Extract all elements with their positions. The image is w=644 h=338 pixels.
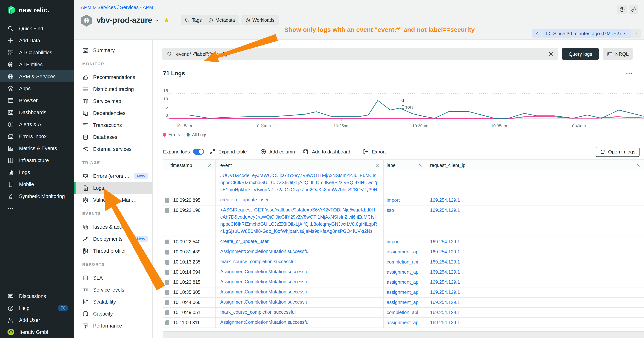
sidebar-item-quick-find[interactable]: Quick Find	[0, 23, 74, 35]
label-link[interactable]: import	[387, 198, 400, 203]
sidebar-item-distributed-tracing[interactable]: Distributed tracing	[74, 83, 152, 95]
sidebar-item-infrastructure[interactable]: Infrastructure	[0, 154, 74, 166]
sidebar-item-metrics-events[interactable]: Metrics & Events	[0, 142, 74, 154]
entity-name[interactable]: vbv-prod-azure	[96, 16, 152, 25]
time-range-button[interactable]: Since 30 minutes ago (GMT+2)	[542, 29, 631, 38]
log-row[interactable]: 10:10:49.051mark_course_completion succe…	[163, 308, 644, 318]
request-client-ip-link[interactable]: 169.254.129.1	[430, 249, 460, 254]
permalink-button[interactable]	[629, 5, 638, 14]
favorite-star-icon[interactable]: ★	[164, 16, 170, 24]
export-button[interactable]: Export	[363, 146, 386, 157]
label-link[interactable]: completion_api	[387, 259, 418, 265]
remove-column-icon[interactable]	[376, 163, 380, 167]
col-timestamp[interactable]: timestamp	[163, 160, 216, 171]
sidebar-item-synthetic-monitoring[interactable]: Synthetic Monitoring	[0, 190, 74, 202]
log-row[interactable]: 10:10:44.066AssignmentCompletionMutation…	[163, 297, 644, 308]
sidebar-item-add-user[interactable]: Add User	[0, 314, 74, 326]
log-query-input[interactable]: event:* -"label":"security"	[162, 48, 558, 60]
sidebar-item-apps[interactable]: Apps	[0, 82, 74, 94]
metadata-button[interactable]: Metadata	[204, 15, 239, 25]
request-client-ip-link[interactable]: 169.254.129.1	[430, 259, 460, 265]
sidebar-item-add-data[interactable]: Add Data	[0, 35, 74, 47]
label-link[interactable]: assignment_api	[387, 280, 420, 285]
remove-column-icon[interactable]	[418, 163, 422, 167]
log-row[interactable]: 10:09:22.540create_or_update_userimport1…	[163, 237, 644, 247]
event-link[interactable]: <ASGIRequest: GET '/sso/callback/?state=…	[220, 207, 383, 214]
sidebar-item-errors-errors-inb[interactable]: Errors (errors inb...New	[74, 170, 152, 182]
sidebar-item-service-levels[interactable]: Service levels	[74, 284, 152, 296]
request-client-ip-link[interactable]: 169.254.129.1	[430, 198, 460, 203]
sidebar-item-external-services[interactable]: External services	[74, 143, 152, 155]
log-row[interactable]: 10:09:22.196<ASGIRequest: GET '/sso/call…	[163, 205, 644, 237]
sidebar-item-scalability[interactable]: Scalability	[74, 296, 152, 308]
sidebar-item-recommendations[interactable]: Recommendations	[74, 71, 152, 83]
event-link[interactable]: AssignmentCompletionMutation successful	[220, 319, 383, 326]
sidebar-item-sla[interactable]: SLA	[74, 272, 152, 284]
add-to-dashboard-button[interactable]: Add to dashboard	[303, 146, 350, 157]
expand-table-button[interactable]: Expand table	[210, 146, 247, 157]
col-event[interactable]: event	[216, 160, 384, 171]
request-client-ip-link[interactable]: 169.254.129.1	[430, 269, 460, 275]
workloads-button[interactable]: Workloads	[241, 15, 278, 25]
col-request-client-ip[interactable]: request_client_ip	[426, 160, 644, 171]
sidebar-item-service-map[interactable]: Service map	[74, 95, 152, 107]
sidebar-item-thread-profiler[interactable]: Thread profiler	[74, 245, 152, 257]
event-link[interactable]: vE1moHpkhokTVBvguN7_72JtGzGsqxZpn2OaKc3n…	[220, 186, 383, 193]
event-link[interactable]: AssignmentCompletionMutation successful	[220, 268, 383, 275]
sidebar-item-iterativ-gmbh[interactable]: Iterativ GmbH	[0, 326, 74, 338]
sidebar-item-vulnerability-management[interactable]: Vulnerability Management	[74, 194, 152, 206]
request-client-ip-link[interactable]: 169.254.129.1	[430, 290, 460, 295]
sidebar-item-deployments[interactable]: DeploymentsNew	[74, 233, 152, 245]
label-link[interactable]: assignment_api	[387, 249, 420, 254]
event-link[interactable]: AssignmentCompletionMutation successful	[220, 299, 383, 306]
sidebar-item-issues-activity[interactable]: Issues & activity	[74, 221, 152, 233]
nrql-button[interactable]: NRQL	[603, 48, 633, 60]
clear-query-icon[interactable]	[548, 51, 554, 57]
expand-logs-toggle[interactable]	[193, 149, 204, 155]
sidebar-item-browser[interactable]: Browser	[0, 94, 74, 106]
breadcrumb-apm-services[interactable]: APM & Services	[81, 5, 116, 10]
sidebar-item-all-capabilities[interactable]: All Capabilities	[0, 47, 74, 58]
sidebar-item-mobile[interactable]: Mobile	[0, 178, 74, 190]
label-link[interactable]: sso	[387, 208, 394, 213]
event-link[interactable]: create_or_update_user	[220, 196, 383, 204]
event-link[interactable]: mark_course_completion successful	[220, 309, 383, 316]
sidebar-item-transactions[interactable]: Transactions	[74, 119, 152, 131]
sidebar-item-logs[interactable]: Logs	[74, 182, 152, 194]
legend-all-logs[interactable]: All Logs	[187, 133, 207, 137]
breadcrumb-services-apm[interactable]: Services - APM	[120, 5, 153, 10]
chart-more-options[interactable]: ...	[626, 68, 632, 76]
add-column-button[interactable]: Add column	[260, 146, 295, 157]
tags-button[interactable]: Tags	[181, 15, 206, 25]
open-in-logs-button[interactable]: Open in logs	[596, 147, 640, 157]
log-row[interactable]: 10:09:20.895create_or_update_userimport1…	[163, 195, 644, 205]
log-row[interactable]: 10:11:00.311AssignmentCompletionMutation…	[163, 318, 644, 328]
time-forward-button[interactable]	[631, 29, 641, 38]
event-link[interactable]: mark_course_completion successful	[220, 258, 383, 265]
sidebar-item-summary[interactable]: Summary	[74, 44, 152, 56]
event-link[interactable]: JUQVU&code=eyJraWQiOiJjcGltY29yZV8wOTI1M…	[220, 172, 383, 179]
remove-column-icon[interactable]	[636, 163, 640, 167]
label-link[interactable]: assignment_api	[387, 320, 420, 325]
entity-dropdown-icon[interactable]	[155, 19, 159, 23]
log-row[interactable]: 10:09:31.439AssignmentCompletionMutation…	[163, 247, 644, 257]
event-link[interactable]: AssignmentCompletionMutation successful	[220, 289, 383, 296]
event-link[interactable]: AssignmentCompletionMutation successful	[220, 248, 383, 255]
event-link[interactable]: AssignmentCompletionMutation successful	[220, 278, 383, 286]
request-client-ip-link[interactable]: 169.254.129.1	[430, 239, 460, 244]
log-row[interactable]: JUQVU&code=eyJraWQiOiJjcGltY29yZV8wOTI1M…	[163, 171, 644, 195]
sidebar-item-logs[interactable]: Logs	[0, 166, 74, 178]
event-link[interactable]: cAh7D&code=eyJraWQiOiJjcGltY29yZV8wOTI1M…	[220, 214, 383, 221]
event-link[interactable]: 4LgSjsuUW8B0Mi8-Gdo_f6ofWhjpatNs9jaMs9qK…	[220, 228, 383, 235]
request-client-ip-link[interactable]: 169.254.129.1	[430, 208, 460, 213]
event-link[interactable]: nppcCI6IkRIZmxhdGUiLCJzZXIiOiIxLjAifQ..l…	[220, 179, 383, 186]
request-client-ip-link[interactable]: 169.254.129.1	[430, 300, 460, 305]
sidebar-item-errors-inbox[interactable]: Errors Inbox	[0, 130, 74, 142]
log-row[interactable]: 10:10:14.094AssignmentCompletionMutation…	[163, 267, 644, 277]
label-link[interactable]: completion_api	[387, 310, 418, 315]
event-link[interactable]: create_or_update_user	[220, 238, 383, 245]
request-client-ip-link[interactable]: 169.254.129.1	[430, 310, 460, 315]
sidebar-item-capacity[interactable]: Capacity	[74, 308, 152, 320]
sidebar-item-apm-services[interactable]: APM & Services	[0, 70, 74, 82]
col-label[interactable]: label	[384, 160, 426, 171]
